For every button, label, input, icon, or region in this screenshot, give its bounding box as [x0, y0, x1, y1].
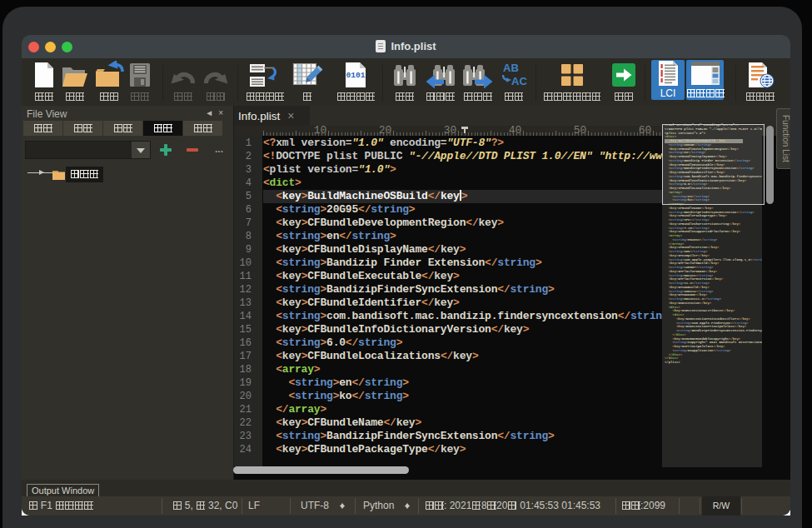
svg-text:AB: AB	[503, 62, 519, 74]
svg-text:0101: 0101	[346, 71, 366, 80]
svg-text:AC: AC	[511, 75, 527, 87]
